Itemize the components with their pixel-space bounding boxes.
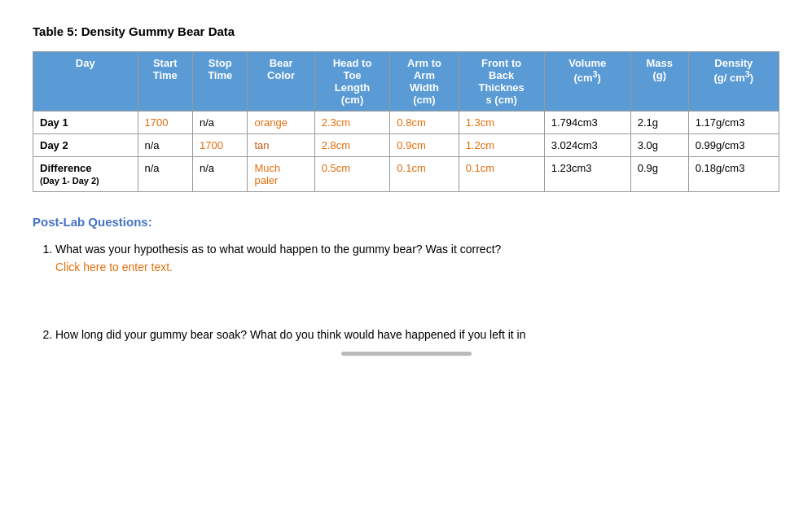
table-row: Day 1 1700 n/a orange 2.3cm 0.8cm 1.3cm … bbox=[33, 112, 779, 134]
cell-head-2: 2.8cm bbox=[314, 134, 390, 157]
cell-front-diff: 0.1cm bbox=[459, 157, 544, 192]
cell-front-1: 1.3cm bbox=[459, 112, 544, 134]
cell-stop-diff: n/a bbox=[192, 157, 247, 192]
cell-front-2: 1.2cm bbox=[459, 134, 544, 157]
col-start-time: StartTime bbox=[138, 52, 192, 112]
col-volume: Volume(cm3) bbox=[544, 52, 630, 112]
cell-vol-1: 1.794cm3 bbox=[544, 112, 630, 134]
cell-stop-1: n/a bbox=[192, 112, 247, 134]
cell-mass-2: 3.0g bbox=[630, 134, 688, 157]
question-2: How long did your gummy bear soak? What … bbox=[55, 326, 779, 343]
cell-density-2: 0.99g/cm3 bbox=[688, 134, 779, 157]
cell-vol-diff: 1.23cm3 bbox=[544, 157, 630, 192]
col-bear-color: BearColor bbox=[248, 52, 314, 112]
question-1: What was your hypothesis as to what woul… bbox=[55, 240, 779, 277]
col-day: Day bbox=[33, 52, 138, 112]
cell-density-1: 1.17g/cm3 bbox=[688, 112, 779, 134]
cell-stop-2: 1700 bbox=[192, 134, 247, 157]
post-lab-title: Post-Lab Questions: bbox=[33, 215, 779, 229]
col-density: Density(g/ cm3) bbox=[688, 52, 779, 112]
question-1-answer[interactable]: Click here to enter text. bbox=[55, 260, 173, 273]
cell-start-2: n/a bbox=[138, 134, 192, 157]
question-2-text: How long did your gummy bear soak? What … bbox=[55, 328, 525, 341]
table-row: Difference(Day 1- Day 2) n/a n/a Muchpal… bbox=[33, 157, 779, 192]
col-head-toe: Head toToeLength(cm) bbox=[314, 52, 390, 112]
cell-day-2: Day 2 bbox=[33, 134, 138, 157]
cell-color-2: tan bbox=[248, 134, 314, 157]
data-table: Day StartTime StopTime BearColor Head to… bbox=[33, 51, 779, 192]
cell-start-1: 1700 bbox=[138, 112, 192, 134]
cell-color-1: orange bbox=[248, 112, 314, 134]
scrollbar[interactable] bbox=[341, 352, 472, 356]
col-arm-width: Arm toArmWidth(cm) bbox=[390, 52, 459, 112]
cell-color-diff: Muchpaler bbox=[248, 157, 314, 192]
cell-vol-2: 3.024cm3 bbox=[544, 134, 630, 157]
questions-list: What was your hypothesis as to what woul… bbox=[33, 240, 779, 343]
table-row: Day 2 n/a 1700 tan 2.8cm 0.9cm 1.2cm 3.0… bbox=[33, 134, 779, 157]
cell-arm-diff: 0.1cm bbox=[390, 157, 459, 192]
col-front-back: Front toBackThickness (cm) bbox=[459, 52, 544, 112]
cell-mass-1: 2.1g bbox=[630, 112, 688, 134]
post-lab-section: Post-Lab Questions: What was your hypoth… bbox=[33, 215, 779, 343]
col-mass: Mass(g) bbox=[630, 52, 688, 112]
question-1-text: What was your hypothesis as to what woul… bbox=[55, 243, 501, 256]
cell-head-diff: 0.5cm bbox=[314, 157, 390, 192]
page-title: Table 5: Density Gummy Bear Data bbox=[33, 24, 779, 38]
col-stop-time: StopTime bbox=[192, 52, 247, 112]
scrollbar-hint[interactable] bbox=[33, 352, 779, 356]
cell-arm-2: 0.9cm bbox=[390, 134, 459, 157]
cell-mass-diff: 0.9g bbox=[630, 157, 688, 192]
cell-day-1: Day 1 bbox=[33, 112, 138, 134]
cell-day-diff: Difference(Day 1- Day 2) bbox=[33, 157, 138, 192]
cell-arm-1: 0.8cm bbox=[390, 112, 459, 134]
cell-start-diff: n/a bbox=[138, 157, 192, 192]
cell-head-1: 2.3cm bbox=[314, 112, 390, 134]
cell-density-diff: 0.18g/cm3 bbox=[688, 157, 779, 192]
